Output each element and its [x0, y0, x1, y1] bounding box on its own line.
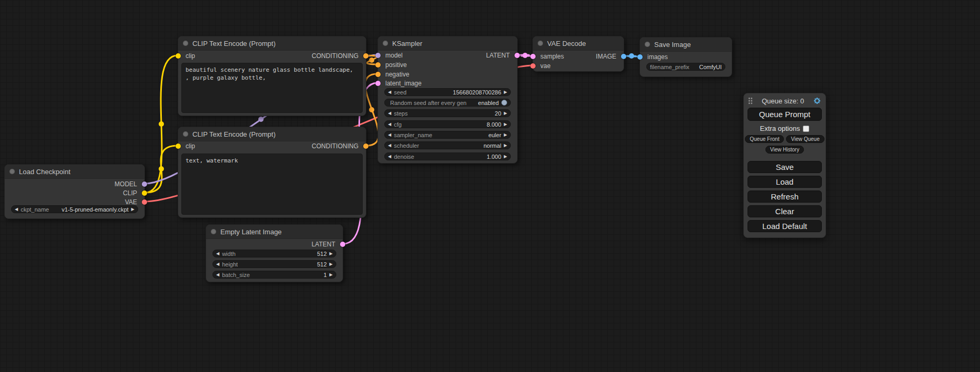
- decrement-arrow-icon[interactable]: ◀: [388, 131, 391, 138]
- output-slot-conditioning[interactable]: CONDITIONING: [312, 142, 366, 150]
- input-slot-images[interactable]: images: [640, 53, 668, 61]
- node-title-bar[interactable]: Save Image: [640, 37, 732, 52]
- load-button[interactable]: Load: [748, 176, 822, 188]
- widget-cfg[interactable]: ◀ cfg 8.000 ▶: [384, 120, 511, 128]
- output-slot-latent[interactable]: LATENT: [312, 241, 343, 248]
- prompt-textarea[interactable]: beautiful scenery nature glass bottle la…: [181, 63, 363, 113]
- increment-arrow-icon[interactable]: ▶: [504, 153, 507, 160]
- widget-height[interactable]: ◀ height 512 ▶: [212, 260, 336, 268]
- output-dot-model[interactable]: [142, 182, 147, 187]
- output-dot-latent[interactable]: [340, 242, 345, 247]
- node-title-bar[interactable]: Load Checkpoint: [5, 165, 144, 179]
- input-slot-vae[interactable]: vae: [533, 62, 550, 70]
- widget-width[interactable]: ◀ width 512 ▶: [212, 250, 336, 257]
- save-button[interactable]: Save: [748, 161, 822, 173]
- node-clip-text-encode-positive[interactable]: CLIP Text Encode (Prompt) clip CONDITION…: [178, 36, 366, 116]
- queue-prompt-button[interactable]: Queue Prompt: [748, 108, 822, 121]
- queue-front-button[interactable]: Queue Front: [745, 135, 784, 143]
- input-dot-images[interactable]: [637, 54, 643, 60]
- increment-arrow-icon[interactable]: ▶: [329, 271, 333, 278]
- input-dot-clip[interactable]: [176, 144, 181, 149]
- decrement-arrow-icon[interactable]: ◀: [388, 110, 391, 117]
- decrement-arrow-icon[interactable]: ◀: [216, 250, 219, 257]
- input-dot-positive[interactable]: [375, 62, 381, 68]
- increment-arrow-icon[interactable]: ▶: [504, 110, 507, 117]
- output-slot-vae[interactable]: VAE: [125, 198, 144, 206]
- collapse-dot-icon[interactable]: [9, 169, 15, 174]
- input-dot-negative[interactable]: [375, 72, 381, 77]
- output-dot-clip[interactable]: [142, 190, 147, 196]
- collapse-dot-icon[interactable]: [211, 229, 216, 234]
- decrement-arrow-icon[interactable]: ◀: [15, 206, 18, 213]
- node-load-checkpoint[interactable]: Load Checkpoint MODEL CLIP VAE ◀ ckpt_na…: [4, 164, 145, 219]
- node-title-bar[interactable]: KSampler: [378, 36, 517, 51]
- widget-random-seed-toggle[interactable]: Random seed after every gen enabled: [384, 99, 511, 107]
- output-dot-conditioning[interactable]: [363, 144, 368, 149]
- decrement-arrow-icon[interactable]: ◀: [388, 142, 391, 149]
- increment-arrow-icon[interactable]: ▶: [504, 131, 507, 138]
- extra-options-checkbox[interactable]: [803, 126, 809, 132]
- drag-handle-icon[interactable]: [748, 97, 753, 104]
- settings-gear-icon[interactable]: [813, 97, 821, 105]
- increment-arrow-icon[interactable]: ▶: [329, 250, 333, 257]
- increment-arrow-icon[interactable]: ▶: [504, 89, 507, 96]
- widget-scheduler[interactable]: ◀ scheduler normal ▶: [384, 141, 511, 149]
- node-ksampler[interactable]: KSampler model positive negative latent_…: [377, 36, 518, 164]
- widget-seed[interactable]: ◀ seed 156680208700286 ▶: [384, 88, 511, 96]
- output-slot-conditioning[interactable]: CONDITIONING: [312, 52, 366, 60]
- node-title-bar[interactable]: VAE Decode: [533, 36, 624, 51]
- node-title-bar[interactable]: CLIP Text Encode (Prompt): [178, 36, 366, 51]
- view-queue-button[interactable]: View Queue: [786, 135, 824, 143]
- widget-batch-size[interactable]: ◀ batch_size 1 ▶: [212, 271, 336, 279]
- input-dot-latent-image[interactable]: [375, 81, 381, 86]
- output-slot-latent[interactable]: LATENT: [486, 52, 517, 59]
- toggle-knob-icon[interactable]: [501, 100, 507, 106]
- widget-denoise[interactable]: ◀ denoise 1.000 ▶: [384, 152, 511, 160]
- input-slot-model[interactable]: model: [378, 52, 403, 59]
- output-slot-clip[interactable]: CLIP: [123, 189, 144, 197]
- widget-ckpt-name[interactable]: ◀ ckpt_name v1-5-pruned-emaonly.ckpt ▶: [11, 205, 138, 213]
- input-dot-clip[interactable]: [176, 53, 181, 59]
- view-history-button[interactable]: View History: [765, 146, 804, 154]
- decrement-arrow-icon[interactable]: ◀: [388, 121, 391, 128]
- collapse-dot-icon[interactable]: [383, 41, 388, 46]
- node-vae-decode[interactable]: VAE Decode samples vae IMAGE: [532, 36, 624, 72]
- output-dot-image[interactable]: [621, 54, 626, 59]
- decrement-arrow-icon[interactable]: ◀: [388, 89, 391, 96]
- widget-steps[interactable]: ◀ steps 20 ▶: [384, 109, 511, 117]
- increment-arrow-icon[interactable]: ▶: [131, 206, 134, 213]
- increment-arrow-icon[interactable]: ▶: [329, 261, 333, 268]
- input-slot-latent-image[interactable]: latent_image: [378, 80, 422, 87]
- input-slot-samples[interactable]: samples: [533, 53, 564, 60]
- node-title-bar[interactable]: Empty Latent Image: [206, 225, 343, 239]
- decrement-arrow-icon[interactable]: ◀: [388, 153, 391, 160]
- decrement-arrow-icon[interactable]: ◀: [216, 261, 219, 268]
- input-slot-clip[interactable]: clip: [178, 52, 195, 60]
- widget-sampler-name[interactable]: ◀ sampler_name euler ▶: [384, 131, 511, 139]
- collapse-dot-icon[interactable]: [183, 131, 188, 137]
- collapse-dot-icon[interactable]: [538, 41, 543, 46]
- input-dot-vae[interactable]: [530, 63, 536, 69]
- increment-arrow-icon[interactable]: ▶: [504, 142, 507, 149]
- node-empty-latent-image[interactable]: Empty Latent Image LATENT ◀ width 512 ▶ …: [206, 224, 343, 282]
- increment-arrow-icon[interactable]: ▶: [504, 121, 507, 128]
- input-slot-positive[interactable]: positive: [378, 61, 407, 69]
- decrement-arrow-icon[interactable]: ◀: [216, 271, 219, 278]
- node-graph-canvas[interactable]: Load Checkpoint MODEL CLIP VAE ◀ ckpt_na…: [0, 0, 980, 372]
- output-dot-vae[interactable]: [142, 199, 147, 205]
- input-slot-clip[interactable]: clip: [178, 142, 195, 150]
- load-default-button[interactable]: Load Default: [748, 220, 822, 232]
- node-clip-text-encode-negative[interactable]: CLIP Text Encode (Prompt) clip CONDITION…: [178, 127, 366, 218]
- node-save-image[interactable]: Save Image images filename_prefix ComfyU…: [639, 37, 732, 77]
- input-dot-samples[interactable]: [530, 54, 536, 59]
- prompt-textarea[interactable]: text, watermark: [181, 154, 363, 215]
- collapse-dot-icon[interactable]: [645, 42, 650, 47]
- output-slot-image[interactable]: IMAGE: [596, 53, 624, 60]
- output-dot-conditioning[interactable]: [363, 53, 368, 59]
- collapse-dot-icon[interactable]: [183, 41, 188, 46]
- widget-filename-prefix[interactable]: filename_prefix ComfyUI: [646, 63, 725, 71]
- output-dot-latent[interactable]: [515, 53, 520, 58]
- clear-button[interactable]: Clear: [748, 205, 822, 217]
- output-slot-model[interactable]: MODEL: [114, 180, 144, 188]
- refresh-button[interactable]: Refresh: [748, 190, 822, 203]
